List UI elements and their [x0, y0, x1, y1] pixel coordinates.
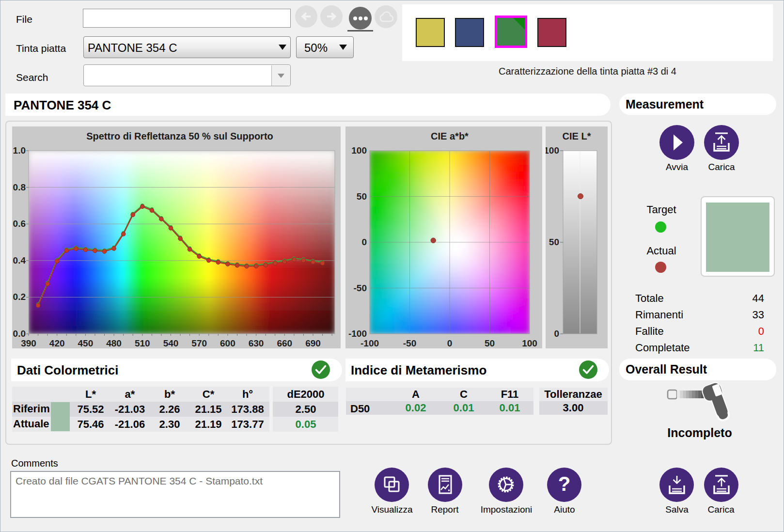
svg-text:100: 100 — [351, 145, 367, 156]
svg-text:-100: -100 — [348, 329, 367, 339]
svg-text:-100: -100 — [361, 338, 379, 348]
svg-text:690: 690 — [305, 338, 321, 348]
svg-text:660: 660 — [277, 338, 292, 348]
svg-text:0.0: 0.0 — [13, 329, 26, 339]
svg-text:0.6: 0.6 — [13, 219, 26, 229]
svg-text:0: 0 — [554, 329, 559, 339]
svg-text:50: 50 — [549, 237, 559, 247]
svg-text:50: 50 — [485, 338, 495, 348]
svg-text:0.4: 0.4 — [13, 255, 26, 266]
svg-text:0.2: 0.2 — [13, 292, 26, 302]
svg-text:0: 0 — [361, 237, 367, 247]
svg-text:-50: -50 — [403, 338, 416, 348]
svg-text:540: 540 — [163, 338, 179, 348]
svg-text:600: 600 — [220, 338, 235, 348]
svg-text:450: 450 — [78, 338, 94, 348]
svg-text:390: 390 — [21, 338, 36, 348]
svg-text:100: 100 — [546, 145, 559, 156]
svg-text:420: 420 — [49, 338, 65, 348]
svg-text:CIE L*: CIE L* — [563, 131, 591, 141]
svg-text:-50: -50 — [354, 283, 367, 293]
svg-text:50: 50 — [357, 191, 367, 202]
svg-text:510: 510 — [135, 338, 150, 348]
svg-text:570: 570 — [191, 338, 207, 348]
svg-text:100: 100 — [522, 338, 537, 348]
svg-text:0.8: 0.8 — [13, 182, 26, 192]
svg-text:Spettro di Reflettanza 50 % su: Spettro di Reflettanza 50 % sul Supporto — [86, 131, 273, 141]
svg-text:1.0: 1.0 — [13, 145, 26, 156]
svg-text:630: 630 — [249, 338, 264, 348]
svg-text:480: 480 — [106, 338, 122, 348]
svg-text:0: 0 — [447, 338, 453, 348]
svg-text:CIE a*b*: CIE a*b* — [431, 131, 469, 141]
